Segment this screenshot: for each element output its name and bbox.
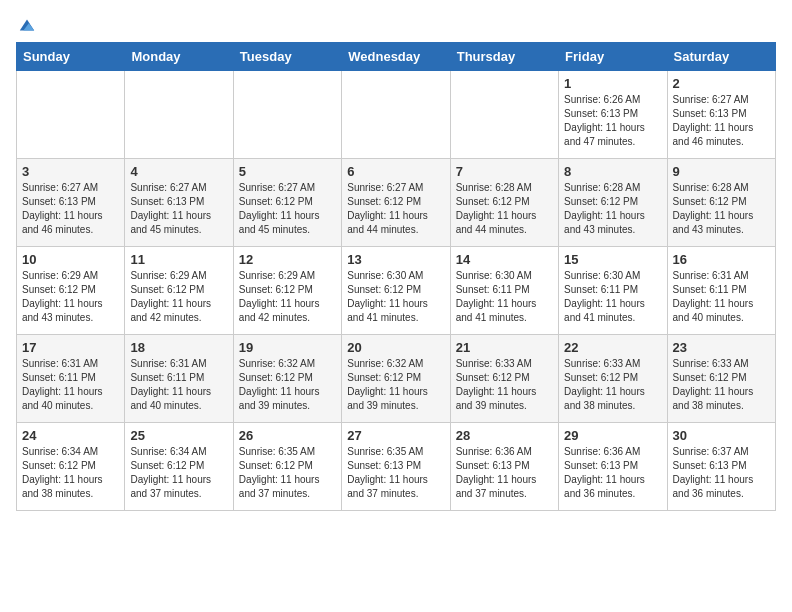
- calendar-cell: 29Sunrise: 6:36 AM Sunset: 6:13 PM Dayli…: [559, 423, 667, 511]
- calendar-cell: 20Sunrise: 6:32 AM Sunset: 6:12 PM Dayli…: [342, 335, 450, 423]
- day-info: Sunrise: 6:33 AM Sunset: 6:12 PM Dayligh…: [564, 357, 661, 413]
- day-info: Sunrise: 6:36 AM Sunset: 6:13 PM Dayligh…: [564, 445, 661, 501]
- day-info: Sunrise: 6:26 AM Sunset: 6:13 PM Dayligh…: [564, 93, 661, 149]
- calendar-cell: 7Sunrise: 6:28 AM Sunset: 6:12 PM Daylig…: [450, 159, 558, 247]
- day-number: 1: [564, 76, 661, 91]
- day-number: 29: [564, 428, 661, 443]
- calendar-week-row: 24Sunrise: 6:34 AM Sunset: 6:12 PM Dayli…: [17, 423, 776, 511]
- day-number: 11: [130, 252, 227, 267]
- day-number: 21: [456, 340, 553, 355]
- calendar-cell: 5Sunrise: 6:27 AM Sunset: 6:12 PM Daylig…: [233, 159, 341, 247]
- calendar-cell: 30Sunrise: 6:37 AM Sunset: 6:13 PM Dayli…: [667, 423, 775, 511]
- day-info: Sunrise: 6:36 AM Sunset: 6:13 PM Dayligh…: [456, 445, 553, 501]
- day-number: 4: [130, 164, 227, 179]
- day-info: Sunrise: 6:28 AM Sunset: 6:12 PM Dayligh…: [673, 181, 770, 237]
- calendar-cell: 1Sunrise: 6:26 AM Sunset: 6:13 PM Daylig…: [559, 71, 667, 159]
- calendar-cell: [450, 71, 558, 159]
- day-info: Sunrise: 6:27 AM Sunset: 6:12 PM Dayligh…: [239, 181, 336, 237]
- day-number: 27: [347, 428, 444, 443]
- day-info: Sunrise: 6:29 AM Sunset: 6:12 PM Dayligh…: [22, 269, 119, 325]
- day-header-wednesday: Wednesday: [342, 43, 450, 71]
- day-number: 25: [130, 428, 227, 443]
- calendar-cell: [125, 71, 233, 159]
- day-number: 28: [456, 428, 553, 443]
- day-info: Sunrise: 6:27 AM Sunset: 6:13 PM Dayligh…: [673, 93, 770, 149]
- day-info: Sunrise: 6:37 AM Sunset: 6:13 PM Dayligh…: [673, 445, 770, 501]
- day-number: 8: [564, 164, 661, 179]
- calendar-cell: 8Sunrise: 6:28 AM Sunset: 6:12 PM Daylig…: [559, 159, 667, 247]
- calendar-cell: 28Sunrise: 6:36 AM Sunset: 6:13 PM Dayli…: [450, 423, 558, 511]
- calendar-cell: 14Sunrise: 6:30 AM Sunset: 6:11 PM Dayli…: [450, 247, 558, 335]
- day-number: 18: [130, 340, 227, 355]
- day-number: 7: [456, 164, 553, 179]
- day-info: Sunrise: 6:31 AM Sunset: 6:11 PM Dayligh…: [673, 269, 770, 325]
- day-info: Sunrise: 6:33 AM Sunset: 6:12 PM Dayligh…: [456, 357, 553, 413]
- day-info: Sunrise: 6:29 AM Sunset: 6:12 PM Dayligh…: [239, 269, 336, 325]
- day-info: Sunrise: 6:29 AM Sunset: 6:12 PM Dayligh…: [130, 269, 227, 325]
- day-info: Sunrise: 6:28 AM Sunset: 6:12 PM Dayligh…: [456, 181, 553, 237]
- calendar-header-row: SundayMondayTuesdayWednesdayThursdayFrid…: [17, 43, 776, 71]
- day-number: 12: [239, 252, 336, 267]
- calendar-cell: 19Sunrise: 6:32 AM Sunset: 6:12 PM Dayli…: [233, 335, 341, 423]
- day-number: 16: [673, 252, 770, 267]
- day-header-friday: Friday: [559, 43, 667, 71]
- day-number: 23: [673, 340, 770, 355]
- calendar-week-row: 3Sunrise: 6:27 AM Sunset: 6:13 PM Daylig…: [17, 159, 776, 247]
- calendar-cell: 23Sunrise: 6:33 AM Sunset: 6:12 PM Dayli…: [667, 335, 775, 423]
- day-number: 19: [239, 340, 336, 355]
- calendar-cell: 25Sunrise: 6:34 AM Sunset: 6:12 PM Dayli…: [125, 423, 233, 511]
- day-info: Sunrise: 6:30 AM Sunset: 6:11 PM Dayligh…: [564, 269, 661, 325]
- day-number: 3: [22, 164, 119, 179]
- day-info: Sunrise: 6:34 AM Sunset: 6:12 PM Dayligh…: [22, 445, 119, 501]
- calendar-cell: 15Sunrise: 6:30 AM Sunset: 6:11 PM Dayli…: [559, 247, 667, 335]
- day-number: 17: [22, 340, 119, 355]
- calendar-cell: 9Sunrise: 6:28 AM Sunset: 6:12 PM Daylig…: [667, 159, 775, 247]
- day-info: Sunrise: 6:27 AM Sunset: 6:12 PM Dayligh…: [347, 181, 444, 237]
- logo: [16, 16, 36, 34]
- day-number: 2: [673, 76, 770, 91]
- calendar-cell: 10Sunrise: 6:29 AM Sunset: 6:12 PM Dayli…: [17, 247, 125, 335]
- calendar-cell: [342, 71, 450, 159]
- day-number: 26: [239, 428, 336, 443]
- calendar-cell: 16Sunrise: 6:31 AM Sunset: 6:11 PM Dayli…: [667, 247, 775, 335]
- day-number: 5: [239, 164, 336, 179]
- calendar-cell: [233, 71, 341, 159]
- day-number: 30: [673, 428, 770, 443]
- calendar-cell: 24Sunrise: 6:34 AM Sunset: 6:12 PM Dayli…: [17, 423, 125, 511]
- day-header-monday: Monday: [125, 43, 233, 71]
- day-number: 24: [22, 428, 119, 443]
- day-info: Sunrise: 6:31 AM Sunset: 6:11 PM Dayligh…: [130, 357, 227, 413]
- day-info: Sunrise: 6:32 AM Sunset: 6:12 PM Dayligh…: [347, 357, 444, 413]
- day-info: Sunrise: 6:33 AM Sunset: 6:12 PM Dayligh…: [673, 357, 770, 413]
- calendar-cell: 21Sunrise: 6:33 AM Sunset: 6:12 PM Dayli…: [450, 335, 558, 423]
- calendar-cell: 3Sunrise: 6:27 AM Sunset: 6:13 PM Daylig…: [17, 159, 125, 247]
- calendar-week-row: 17Sunrise: 6:31 AM Sunset: 6:11 PM Dayli…: [17, 335, 776, 423]
- calendar-cell: 12Sunrise: 6:29 AM Sunset: 6:12 PM Dayli…: [233, 247, 341, 335]
- calendar-cell: 18Sunrise: 6:31 AM Sunset: 6:11 PM Dayli…: [125, 335, 233, 423]
- calendar-cell: 17Sunrise: 6:31 AM Sunset: 6:11 PM Dayli…: [17, 335, 125, 423]
- day-header-thursday: Thursday: [450, 43, 558, 71]
- day-info: Sunrise: 6:27 AM Sunset: 6:13 PM Dayligh…: [22, 181, 119, 237]
- calendar-cell: [17, 71, 125, 159]
- day-info: Sunrise: 6:27 AM Sunset: 6:13 PM Dayligh…: [130, 181, 227, 237]
- day-number: 20: [347, 340, 444, 355]
- calendar-table: SundayMondayTuesdayWednesdayThursdayFrid…: [16, 42, 776, 511]
- day-info: Sunrise: 6:30 AM Sunset: 6:12 PM Dayligh…: [347, 269, 444, 325]
- logo-icon: [18, 16, 36, 34]
- calendar-cell: 4Sunrise: 6:27 AM Sunset: 6:13 PM Daylig…: [125, 159, 233, 247]
- day-number: 9: [673, 164, 770, 179]
- day-number: 15: [564, 252, 661, 267]
- day-info: Sunrise: 6:28 AM Sunset: 6:12 PM Dayligh…: [564, 181, 661, 237]
- page-container: SundayMondayTuesdayWednesdayThursdayFrid…: [0, 0, 792, 519]
- day-info: Sunrise: 6:32 AM Sunset: 6:12 PM Dayligh…: [239, 357, 336, 413]
- day-number: 14: [456, 252, 553, 267]
- day-number: 22: [564, 340, 661, 355]
- calendar-cell: 27Sunrise: 6:35 AM Sunset: 6:13 PM Dayli…: [342, 423, 450, 511]
- calendar-cell: 6Sunrise: 6:27 AM Sunset: 6:12 PM Daylig…: [342, 159, 450, 247]
- calendar-week-row: 10Sunrise: 6:29 AM Sunset: 6:12 PM Dayli…: [17, 247, 776, 335]
- day-info: Sunrise: 6:35 AM Sunset: 6:12 PM Dayligh…: [239, 445, 336, 501]
- day-info: Sunrise: 6:34 AM Sunset: 6:12 PM Dayligh…: [130, 445, 227, 501]
- calendar-cell: 22Sunrise: 6:33 AM Sunset: 6:12 PM Dayli…: [559, 335, 667, 423]
- day-number: 6: [347, 164, 444, 179]
- calendar-cell: 26Sunrise: 6:35 AM Sunset: 6:12 PM Dayli…: [233, 423, 341, 511]
